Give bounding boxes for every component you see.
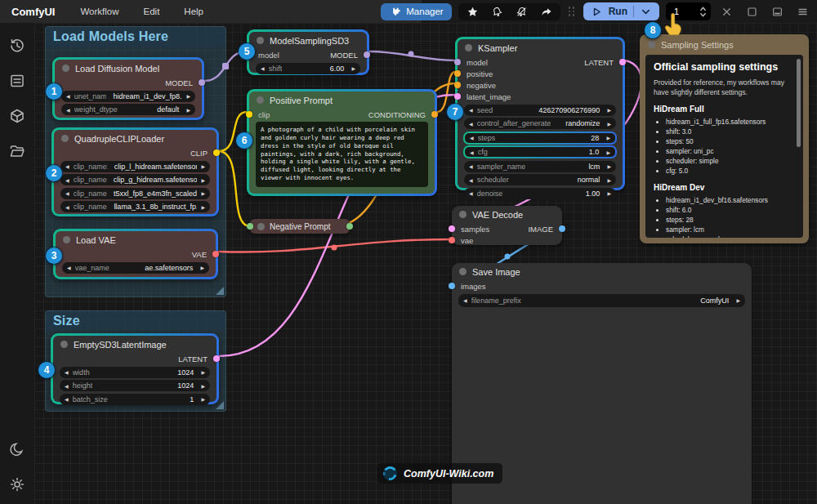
node-load-diffusion-model[interactable]: Load Diffusion Model MODEL unet_name hid… [52, 57, 204, 120]
watermark: ComfyUI-Wiki.com [377, 463, 502, 484]
collapse-dot-icon[interactable] [459, 211, 467, 218]
collapse-dot-icon[interactable] [60, 341, 68, 348]
model-library-icon[interactable] [9, 108, 25, 124]
manager-button[interactable]: Manager [381, 3, 451, 20]
widget-denoise[interactable]: denoise1.00 [464, 188, 616, 199]
widget-height[interactable]: height 1024 [60, 380, 210, 391]
vae-input-port[interactable] [449, 237, 455, 243]
input-label: images [461, 282, 486, 291]
images-input-port[interactable] [449, 283, 455, 289]
positive-input-port[interactable] [454, 70, 461, 77]
node-sampling-settings-note[interactable]: Sampling Settings Official sampling sett… [640, 34, 809, 243]
bottom-panel-icon[interactable] [771, 6, 784, 18]
node-vae-decode[interactable]: VAE Decode samples IMAGE vae [452, 206, 562, 245]
output-label: CONDITIONING [368, 110, 426, 119]
manager-label: Manager [406, 7, 443, 16]
conditioning-output-port[interactable] [431, 111, 438, 118]
collapse-dot-icon[interactable] [648, 41, 655, 48]
bell-off-icon[interactable] [516, 6, 528, 18]
widget-width[interactable]: width 1024 [60, 367, 210, 378]
group-resize-handle[interactable] [216, 401, 224, 409]
canvas-view-icon[interactable] [746, 6, 758, 18]
widget-clip-name2[interactable]: clip_name2 clip_g_hidream.safetensors [60, 174, 210, 185]
collapse-dot-icon[interactable] [459, 268, 467, 275]
workflows-folder-icon[interactable] [9, 143, 25, 159]
clip-input-port[interactable] [246, 111, 252, 118]
history-icon[interactable] [9, 38, 25, 54]
node-library-icon[interactable] [9, 73, 25, 89]
watermark-text: ComfyUI-Wiki.com [404, 468, 493, 479]
run-options-chevron-icon[interactable] [640, 6, 652, 18]
samples-input-port[interactable] [449, 225, 455, 232]
node-positive-prompt[interactable]: Positive Prompt clip CONDITIONING A phot… [247, 89, 437, 196]
node-negative-prompt-collapsed[interactable]: Negative Prompt [250, 219, 350, 234]
latent-output-port[interactable] [619, 59, 626, 65]
model-output-port[interactable] [199, 79, 205, 86]
step-badge-3: 3 [46, 248, 62, 264]
latent-output-port[interactable] [213, 355, 220, 362]
input-label: clip [258, 110, 270, 119]
collapse-dot-icon[interactable] [257, 37, 264, 44]
collapse-dot-icon[interactable] [465, 44, 472, 51]
widget-filename-prefix[interactable]: filename_prefix ComfyUI [458, 294, 745, 307]
share-icon[interactable] [540, 6, 552, 18]
menu-help[interactable]: Help [172, 7, 216, 16]
negative-input-port[interactable] [454, 82, 461, 88]
node-empty-sd3-latent[interactable]: EmptySD3LatentImage LATENT width 1024 he… [51, 333, 219, 404]
comfyui-wiki-logo-icon [382, 466, 398, 481]
stepper-down-icon[interactable] [699, 12, 707, 17]
toolbar-drag-handle[interactable] [569, 7, 575, 16]
node-load-vae[interactable]: Load VAE VAE vae_name ae.safetensors [53, 229, 218, 279]
image-output-port[interactable] [559, 225, 565, 232]
menu-workflow[interactable]: Workflow [68, 7, 131, 16]
comfyui-logo[interactable]: ComfyUI [0, 6, 68, 18]
collapse-dot-icon[interactable] [257, 223, 265, 230]
widget-seed[interactable]: seed426270906276990 [464, 105, 616, 116]
stepper-up-icon[interactable] [699, 7, 707, 11]
collapse-dot-icon[interactable] [62, 65, 69, 72]
node-model-sampling-sd3[interactable]: ModelSamplingSD3 model MODEL shift 6.00 [247, 29, 369, 75]
widget-unet-name[interactable]: unet_name hidream_i1_dev_fp8.... [61, 91, 195, 102]
run-button[interactable]: Run [583, 2, 659, 20]
latent-image-input-port[interactable] [454, 93, 461, 100]
collapse-dot-icon[interactable] [61, 135, 69, 142]
widget-sampler-name[interactable]: sampler_namelcm [464, 161, 616, 172]
note-scrollbar[interactable] [797, 59, 801, 147]
widget-cfg[interactable]: cfg1.0 [463, 145, 617, 158]
collapsed-output-port[interactable] [346, 223, 353, 230]
settings-gear-icon[interactable] [9, 476, 25, 493]
star-icon[interactable] [467, 6, 479, 18]
model-input-port[interactable] [454, 59, 461, 65]
output-label: VAE [192, 250, 207, 259]
widget-vae-name[interactable]: vae_name ae.safetensors [62, 262, 209, 274]
widget-control-after-generate[interactable]: control_after_generaterandomize [464, 118, 616, 129]
collapsed-input-port[interactable] [247, 223, 253, 230]
menu-edit[interactable]: Edit [132, 7, 172, 16]
widget-steps[interactable]: steps28 [463, 132, 617, 145]
model-output-port[interactable] [364, 51, 370, 58]
bell-ring-icon[interactable] [491, 6, 503, 18]
group-title[interactable]: Load Models Here [46, 27, 225, 47]
widget-scheduler[interactable]: schedulernormal [464, 174, 616, 185]
menu-icon[interactable] [797, 6, 809, 18]
collapse-dot-icon[interactable] [63, 236, 70, 243]
clear-queue-icon[interactable] [721, 6, 733, 18]
step-badge-5: 5 [239, 43, 255, 60]
widget-weight-dtype[interactable]: weight_dtype default [61, 104, 195, 115]
widget-shift[interactable]: shift 6.00 [256, 63, 360, 74]
node-quadruple-clip-loader[interactable]: QuadrupleCLIPLoader CLIP clip_name1 clip… [51, 127, 219, 216]
widget-clip-name4[interactable]: clip_name4 llama_3.1_8b_instruct_fp... [60, 201, 210, 212]
widget-clip-name1[interactable]: clip_name1 clip_l_hidream.safetensors [60, 161, 210, 172]
theme-moon-icon[interactable] [9, 441, 25, 457]
widget-batch-size[interactable]: batch_size 1 [60, 394, 210, 405]
group-title[interactable]: Size [46, 311, 225, 331]
group-resize-handle[interactable] [216, 287, 224, 295]
widget-clip-name3[interactable]: clip_name3 t5xxl_fp8_e4m3fn_scaled... [60, 188, 210, 199]
batch-count-stepper[interactable] [699, 7, 707, 17]
port-row: MODEL [55, 77, 202, 88]
node-ksampler[interactable]: KSampler model LATENT positive negative … [455, 37, 625, 190]
collapse-dot-icon[interactable] [257, 96, 264, 104]
clip-output-port[interactable] [213, 149, 220, 156]
vae-output-port[interactable] [212, 251, 219, 257]
prompt-textarea[interactable]: A photograph of a child with porcelain s… [256, 122, 428, 187]
